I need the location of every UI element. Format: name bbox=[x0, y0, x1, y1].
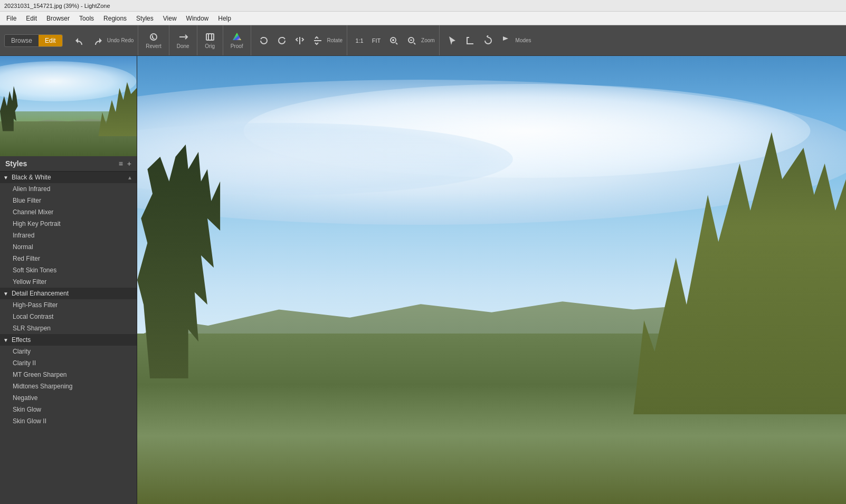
style-midtones-sharpening[interactable]: Midtones Sharpening bbox=[0, 381, 137, 392]
undo-redo-group: Undo Redo bbox=[67, 25, 139, 55]
rotate-flip-v-button[interactable] bbox=[309, 33, 326, 48]
menu-styles[interactable]: Styles bbox=[132, 14, 158, 23]
menu-edit[interactable]: Edit bbox=[22, 14, 41, 23]
category-effects-arrow: ▼ bbox=[3, 337, 8, 343]
style-red-filter[interactable]: Red Filter bbox=[0, 253, 137, 264]
style-normal[interactable]: Normal bbox=[0, 241, 137, 253]
menu-file[interactable]: File bbox=[2, 14, 21, 23]
main-photo-area bbox=[137, 56, 846, 504]
style-channel-mixer[interactable]: Channel Mixer bbox=[0, 206, 137, 218]
style-list: ▼ Black & White ▲ Alien Infrared Blue Fi… bbox=[0, 172, 137, 504]
category-detail-arrow: ▼ bbox=[3, 291, 8, 297]
zoom-out-button[interactable] bbox=[403, 33, 420, 48]
revert-button[interactable]: Revert bbox=[142, 30, 164, 51]
rotate-flip-button[interactable] bbox=[291, 33, 308, 48]
photo-canvas bbox=[137, 56, 846, 504]
zoom-11-button[interactable]: 1:1 bbox=[351, 35, 367, 46]
styles-add-button[interactable]: + bbox=[127, 159, 131, 168]
revert-group: Revert bbox=[138, 25, 169, 55]
zoom-fit-label: FIT bbox=[372, 37, 381, 44]
svg-rect-0 bbox=[206, 34, 214, 40]
menu-view[interactable]: View bbox=[159, 14, 181, 23]
edit-button[interactable]: Edit bbox=[39, 35, 62, 46]
styles-panel: Styles ≡ + ▼ Black & White ▲ Alien Infra… bbox=[0, 156, 137, 504]
menu-window[interactable]: Window bbox=[182, 14, 213, 23]
menu-help[interactable]: Help bbox=[214, 14, 235, 23]
category-effects-label: Effects bbox=[12, 336, 31, 344]
proof-group: Proof bbox=[223, 25, 251, 55]
category-bw[interactable]: ▼ Black & White ▲ bbox=[0, 172, 137, 183]
style-soft-skin-tones[interactable]: Soft Skin Tones bbox=[0, 264, 137, 276]
category-effects[interactable]: ▼ Effects bbox=[0, 334, 137, 346]
mode-select-button[interactable] bbox=[444, 33, 461, 48]
category-bw-arrow: ▼ bbox=[3, 175, 8, 180]
menu-bar: File Edit Browser Tools Regions Styles V… bbox=[0, 12, 846, 25]
orig-group: Orig bbox=[197, 25, 223, 55]
zoom-11-label: 1:1 bbox=[355, 37, 363, 44]
style-yellow-filter[interactable]: Yellow Filter bbox=[0, 276, 137, 288]
menu-browser[interactable]: Browser bbox=[42, 14, 74, 23]
thumbnail-area bbox=[0, 56, 137, 156]
zoom-group: 1:1 FIT Zoom bbox=[347, 25, 440, 55]
rotate-ccw-button[interactable] bbox=[255, 33, 272, 48]
zoom-fit-button[interactable]: FIT bbox=[368, 35, 384, 46]
style-negative[interactable]: Negative bbox=[0, 392, 137, 404]
style-skin-glow-ii[interactable]: Skin Glow II bbox=[0, 415, 137, 427]
rotate-group: Rotate bbox=[251, 25, 347, 55]
undo-redo-label: Undo Redo bbox=[107, 37, 134, 43]
orig-button[interactable]: Orig bbox=[202, 30, 218, 51]
style-local-contrast[interactable]: Local Contrast bbox=[0, 311, 137, 322]
menu-tools[interactable]: Tools bbox=[75, 14, 98, 23]
proof-button[interactable]: Proof bbox=[227, 30, 246, 51]
style-blue-filter[interactable]: Blue Filter bbox=[0, 195, 137, 206]
rotate-label: Rotate bbox=[327, 37, 343, 43]
browse-button[interactable]: Browse bbox=[5, 35, 39, 46]
modes-group: Modes bbox=[440, 25, 536, 55]
proof-label: Proof bbox=[231, 43, 243, 49]
browse-edit-toggle: Browse Edit bbox=[4, 34, 63, 47]
mode-rotate-button[interactable] bbox=[480, 33, 497, 48]
style-slr-sharpen[interactable]: SLR Sharpen bbox=[0, 322, 137, 334]
title-text: 20231031_154721.jpg (39%) - LightZone bbox=[4, 3, 110, 9]
styles-list-icon[interactable]: ≡ bbox=[119, 159, 123, 168]
mode-flag-button[interactable] bbox=[498, 33, 515, 48]
style-skin-glow[interactable]: Skin Glow bbox=[0, 404, 137, 415]
menu-regions[interactable]: Regions bbox=[99, 14, 131, 23]
title-bar: 20231031_154721.jpg (39%) - LightZone bbox=[0, 0, 846, 12]
bw-scroll-indicator: ▲ bbox=[127, 175, 132, 180]
svg-marker-1 bbox=[233, 33, 241, 40]
done-label: Done bbox=[177, 43, 189, 49]
category-bw-label: Black & White bbox=[12, 174, 51, 181]
style-infrared[interactable]: Infrared bbox=[0, 230, 137, 241]
style-alien-infrared[interactable]: Alien Infrared bbox=[0, 183, 137, 195]
style-mt-green-sharpen[interactable]: MT Green Sharpen bbox=[0, 369, 137, 381]
rotate-cw-button[interactable] bbox=[273, 33, 290, 48]
main-area: Styles History Styles ≡ bbox=[0, 56, 846, 504]
orig-label: Orig bbox=[205, 43, 215, 49]
redo-button[interactable] bbox=[89, 33, 106, 48]
category-detail[interactable]: ▼ Detail Enhancement bbox=[0, 288, 137, 299]
styles-panel-header: Styles ≡ + bbox=[0, 156, 137, 172]
modes-label: Modes bbox=[516, 37, 531, 43]
zoom-label: Zoom bbox=[421, 37, 435, 43]
left-sidebar: Styles History Styles ≡ bbox=[0, 56, 137, 504]
style-clarity-ii[interactable]: Clarity II bbox=[0, 357, 137, 369]
zoom-in-button[interactable] bbox=[385, 33, 402, 48]
thumbnail-image bbox=[0, 56, 137, 156]
done-button[interactable]: Done bbox=[174, 30, 193, 51]
done-group: Done bbox=[169, 25, 197, 55]
style-clarity[interactable]: Clarity bbox=[0, 346, 137, 357]
landscape-photo bbox=[137, 56, 846, 504]
mode-crop-button[interactable] bbox=[462, 33, 479, 48]
revert-label: Revert bbox=[146, 43, 161, 49]
style-high-pass-filter[interactable]: High-Pass Filter bbox=[0, 299, 137, 311]
styles-header-actions: ≡ + bbox=[119, 159, 131, 168]
styles-panel-title: Styles bbox=[5, 159, 27, 168]
toolbar: Browse Edit Undo Redo Revert Done Orig bbox=[0, 25, 846, 56]
undo-button[interactable] bbox=[71, 33, 88, 48]
style-high-key-portrait[interactable]: High Key Portrait bbox=[0, 218, 137, 230]
category-detail-label: Detail Enhancement bbox=[12, 290, 69, 297]
